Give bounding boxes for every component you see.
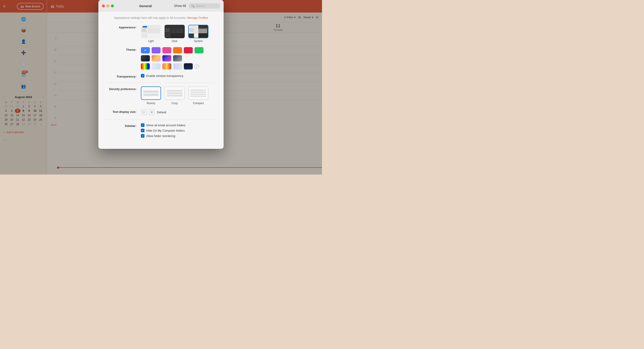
- thumb-main: [170, 28, 184, 38]
- search-icon: 🔍: [191, 4, 194, 7]
- thumb-sidebar: [165, 28, 170, 38]
- appearance-row: Appearance:: [105, 25, 217, 43]
- text-size-value: Default: [157, 111, 166, 114]
- density-bar: [143, 94, 159, 96]
- appearance-light-option[interactable]: Light: [141, 25, 161, 43]
- theme-swatch-blue[interactable]: [141, 47, 150, 53]
- theme-control: i: [141, 47, 217, 69]
- theme-label: Theme:: [105, 47, 136, 51]
- appearance-system-thumb: [188, 25, 208, 38]
- close-button[interactable]: [102, 4, 105, 7]
- thumb-content: [165, 28, 184, 38]
- theme-wallpaper-blue-teal[interactable]: [152, 63, 160, 69]
- density-cozy-label: Cozy: [172, 102, 178, 105]
- thumb-content: [189, 28, 208, 38]
- theme-wallpaper-row-2: i: [141, 63, 217, 69]
- sidebar-settings-label: Sidebar:: [105, 123, 136, 128]
- sidebar-settings-row: Sidebar: Show all email account folders …: [105, 123, 217, 138]
- manage-profiles-link[interactable]: Manage Profiles: [187, 16, 208, 19]
- appearance-light-thumb: [141, 25, 161, 38]
- transparency-checkbox-row: Enable window transparency: [141, 74, 217, 77]
- minimize-button[interactable]: [106, 4, 109, 7]
- theme-row: Theme:: [105, 47, 217, 69]
- appearance-dark-thumb: [164, 25, 185, 38]
- allow-reorder-checkbox[interactable]: [141, 134, 144, 138]
- thumb-main: [147, 28, 160, 38]
- allow-reorder-label: Allow folder reordering: [146, 134, 175, 138]
- density-compact-option[interactable]: Compact: [188, 86, 208, 105]
- show-all-button[interactable]: Show All: [174, 4, 186, 7]
- appearance-notice: Appearance settings here will only apply…: [105, 16, 217, 19]
- density-label: Density preference:: [105, 86, 136, 91]
- theme-wallpaper-sunset1[interactable]: [152, 55, 160, 61]
- thumb-sidebar: [141, 28, 147, 38]
- theme-wallpaper-landscape1[interactable]: [173, 55, 182, 61]
- transparency-checkbox-label: Enable window transparency: [146, 74, 183, 77]
- appearance-system-option[interactable]: System: [188, 25, 208, 43]
- hide-folders-label: Hide On My Computer folders: [146, 129, 185, 132]
- appearance-system-label: System: [194, 39, 203, 43]
- density-row: Density preference: Roomy: [105, 86, 217, 105]
- density-control: Roomy Cozy: [141, 86, 217, 105]
- transparency-checkbox[interactable]: [141, 74, 144, 77]
- decrease-size-button[interactable]: −: [141, 109, 147, 115]
- theme-wallpaper-rainbow[interactable]: [141, 63, 150, 69]
- sidebar-option-1: Show all email account folders: [141, 123, 217, 127]
- theme-swatch-green[interactable]: [194, 47, 204, 53]
- appearance-dark-label: Dark: [172, 39, 177, 43]
- text-size-row: Text display size: − + Default: [105, 109, 217, 115]
- thumb-header: [189, 25, 208, 28]
- transparency-control: Enable window transparency: [141, 74, 217, 77]
- text-size-buttons: − + Default: [141, 109, 217, 115]
- search-box[interactable]: 🔍: [189, 3, 220, 8]
- text-size-label: Text display size:: [105, 109, 136, 113]
- theme-swatch-orange[interactable]: [173, 47, 182, 53]
- divider-2: [105, 119, 217, 120]
- modal-overlay: General Show All 🔍 Appearance settings h…: [0, 0, 322, 174]
- density-roomy-label: Roomy: [147, 102, 155, 105]
- hide-folders-checkbox[interactable]: [141, 129, 144, 132]
- show-folders-checkbox[interactable]: [141, 123, 144, 127]
- show-folders-label: Show all email account folders: [146, 124, 186, 127]
- appearance-light-label: Light: [148, 39, 154, 43]
- transparency-label: Transparency:: [105, 74, 136, 78]
- density-roomy-option[interactable]: Roomy: [141, 86, 161, 105]
- density-compact-label: Compact: [193, 102, 204, 105]
- theme-swatch-red[interactable]: [184, 47, 193, 53]
- theme-swatch-pink[interactable]: [162, 47, 171, 53]
- density-cozy-thumb: [164, 86, 185, 100]
- dialog-content: Appearance settings here will only apply…: [98, 12, 224, 149]
- theme-wallpaper-night1[interactable]: [162, 55, 171, 61]
- density-bar: [143, 90, 159, 93]
- density-roomy-thumb: [141, 86, 161, 100]
- appearance-label: Appearance:: [105, 25, 136, 29]
- transparency-row: Transparency: Enable window transparency: [105, 74, 217, 78]
- thumb-header: [141, 25, 160, 28]
- app-window: ≡ 📅 New Event 🌐 📦 👤 ➕ ✉️ 🗓️ NEW 👥 ‹ Augu…: [0, 0, 322, 174]
- theme-wallpaper-purple-blue[interactable]: [173, 63, 182, 69]
- density-bar: [190, 90, 206, 91]
- dialog-title: General: [117, 4, 174, 8]
- increase-size-button[interactable]: +: [149, 109, 155, 115]
- theme-options: i: [141, 47, 217, 69]
- appearance-control: Light: [141, 25, 217, 43]
- theme-wallpaper-dark-gradient[interactable]: [184, 63, 193, 69]
- thumb-content: [141, 28, 160, 38]
- sidebar-option-3: Allow folder reordering: [141, 134, 217, 138]
- appearance-dark-option[interactable]: Dark: [164, 25, 185, 43]
- density-bar: [167, 92, 182, 94]
- density-compact-thumb: [188, 86, 208, 100]
- sidebar-settings-control: Show all email account folders Hide On M…: [141, 123, 217, 138]
- thumb-header: [165, 25, 184, 28]
- density-bar: [190, 94, 206, 95]
- appearance-options: Light: [141, 25, 217, 43]
- theme-info-icon[interactable]: i: [194, 64, 199, 69]
- theme-wallpaper-dark1[interactable]: [141, 55, 150, 61]
- theme-wallpaper-sunset2[interactable]: [162, 63, 171, 69]
- density-bar: [167, 90, 182, 92]
- search-input[interactable]: [196, 4, 218, 7]
- theme-swatch-purple[interactable]: [152, 47, 160, 53]
- maximize-button[interactable]: [111, 4, 114, 7]
- density-cozy-option[interactable]: Cozy: [164, 86, 185, 105]
- theme-color-row: [141, 47, 217, 53]
